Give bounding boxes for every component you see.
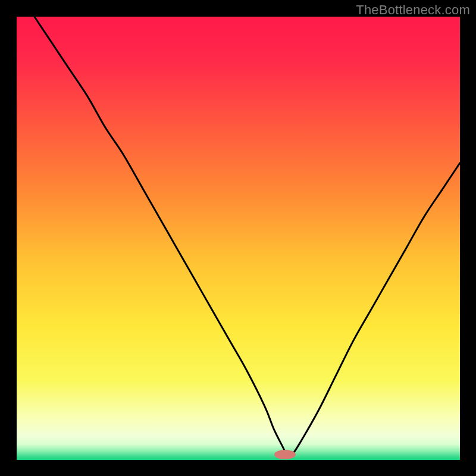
- optimum-marker: [274, 450, 296, 459]
- plot-area: [17, 17, 460, 460]
- bottleneck-chart: [17, 17, 460, 460]
- chart-frame: TheBottleneck.com: [0, 0, 476, 476]
- attribution-label: TheBottleneck.com: [356, 2, 470, 18]
- gradient-background: [17, 17, 460, 460]
